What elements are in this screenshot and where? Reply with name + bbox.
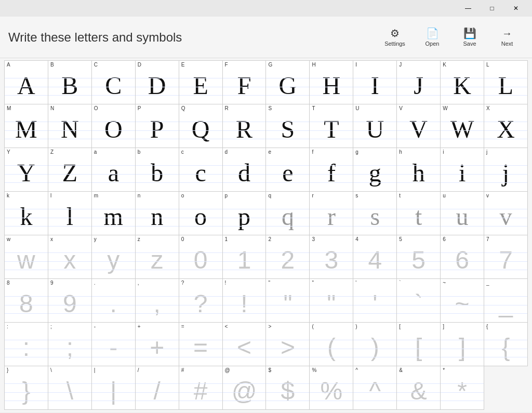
- list-item[interactable]: ==: [179, 323, 223, 366]
- list-item[interactable]: JJ: [397, 61, 441, 104]
- list-item[interactable]: jj: [484, 148, 528, 192]
- list-item[interactable]: ZZ: [48, 148, 92, 192]
- list-item[interactable]: BB: [48, 61, 92, 104]
- list-item[interactable]: ??: [179, 279, 223, 323]
- list-item[interactable]: ||: [92, 366, 136, 410]
- list-item[interactable]: ll: [48, 192, 92, 235]
- list-item[interactable]: --: [92, 323, 136, 366]
- close-button[interactable]: ✕: [504, 0, 528, 17]
- list-item[interactable]: GG: [266, 61, 310, 104]
- list-item[interactable]: <<: [223, 323, 267, 366]
- list-item[interactable]: gg: [353, 148, 397, 192]
- list-item[interactable]: ~~: [441, 279, 484, 323]
- list-item[interactable]: 22: [266, 235, 310, 279]
- list-item[interactable]: tt: [397, 192, 441, 235]
- list-item[interactable]: "": [310, 279, 353, 323]
- list-item[interactable]: ss: [353, 192, 397, 235]
- list-item[interactable]: HH: [310, 61, 353, 104]
- list-item[interactable]: 88: [5, 279, 48, 323]
- list-item[interactable]: 55: [397, 235, 441, 279]
- list-item[interactable]: XX: [484, 104, 528, 148]
- list-item[interactable]: ::: [5, 323, 48, 366]
- minimize-button[interactable]: —: [456, 0, 480, 17]
- list-item[interactable]: MM: [5, 104, 48, 148]
- list-item[interactable]: %%: [310, 366, 353, 410]
- list-item[interactable]: OO: [92, 104, 136, 148]
- list-item[interactable]: 77: [484, 235, 528, 279]
- list-item[interactable]: 66: [441, 235, 484, 279]
- list-item[interactable]: RR: [223, 104, 267, 148]
- list-item[interactable]: QQ: [179, 104, 223, 148]
- list-item[interactable]: LL: [484, 61, 528, 104]
- list-item[interactable]: nn: [136, 192, 179, 235]
- list-item[interactable]: mm: [92, 192, 136, 235]
- list-item[interactable]: 44: [353, 235, 397, 279]
- list-item[interactable]: }}: [5, 366, 48, 410]
- list-item[interactable]: PP: [136, 104, 179, 148]
- list-item[interactable]: **: [441, 366, 484, 410]
- list-item[interactable]: NN: [48, 104, 92, 148]
- list-item[interactable]: \\: [48, 366, 92, 410]
- list-item[interactable]: CC: [92, 61, 136, 104]
- list-item[interactable]: ++: [136, 323, 179, 366]
- list-item[interactable]: YY: [5, 148, 48, 192]
- list-item[interactable]: UU: [353, 104, 397, 148]
- list-item[interactable]: hh: [397, 148, 441, 192]
- list-item[interactable]: VV: [397, 104, 441, 148]
- list-item[interactable]: 99: [48, 279, 92, 323]
- list-item[interactable]: ,,: [136, 279, 179, 323]
- list-item[interactable]: FF: [223, 61, 267, 104]
- list-item[interactable]: AA: [5, 61, 48, 104]
- settings-button[interactable]: ⚙ Settings: [378, 22, 411, 53]
- list-item[interactable]: rr: [310, 192, 353, 235]
- list-item[interactable]: WW: [441, 104, 484, 148]
- list-item[interactable]: __: [484, 279, 528, 323]
- list-item[interactable]: EE: [179, 61, 223, 104]
- list-item[interactable]: qq: [266, 192, 310, 235]
- list-item[interactable]: ii: [441, 148, 484, 192]
- list-item[interactable]: TT: [310, 104, 353, 148]
- list-item[interactable]: ((: [310, 323, 353, 366]
- list-item[interactable]: 00: [179, 235, 223, 279]
- list-item[interactable]: ;;: [48, 323, 92, 366]
- list-item[interactable]: zz: [136, 235, 179, 279]
- list-item[interactable]: bb: [136, 148, 179, 192]
- list-item[interactable]: pp: [223, 192, 267, 235]
- list-item[interactable]: "": [266, 279, 310, 323]
- list-item[interactable]: ff: [310, 148, 353, 192]
- list-item[interactable]: aa: [92, 148, 136, 192]
- list-item[interactable]: $$: [266, 366, 310, 410]
- list-item[interactable]: ``: [397, 279, 441, 323]
- list-item[interactable]: ..: [92, 279, 136, 323]
- list-item[interactable]: ee: [266, 148, 310, 192]
- list-item[interactable]: @@: [223, 366, 267, 410]
- list-item[interactable]: //: [136, 366, 179, 410]
- list-item[interactable]: {{: [484, 323, 528, 366]
- maximize-button[interactable]: □: [480, 0, 504, 17]
- list-item[interactable]: [[: [397, 323, 441, 366]
- list-item[interactable]: ^^: [353, 366, 397, 410]
- save-button[interactable]: 💾 Save: [453, 22, 486, 53]
- list-item[interactable]: cc: [179, 148, 223, 192]
- open-button[interactable]: 📄 Open: [416, 22, 449, 53]
- list-item[interactable]: ww: [5, 235, 48, 279]
- list-item[interactable]: KK: [441, 61, 484, 104]
- list-item[interactable]: &&: [397, 366, 441, 410]
- list-item[interactable]: 11: [223, 235, 267, 279]
- list-item[interactable]: uu: [441, 192, 484, 235]
- list-item[interactable]: )): [353, 323, 397, 366]
- list-item[interactable]: oo: [179, 192, 223, 235]
- list-item[interactable]: ]]: [441, 323, 484, 366]
- list-item[interactable]: II: [353, 61, 397, 104]
- next-button[interactable]: → Next: [490, 22, 524, 53]
- list-item[interactable]: >>: [266, 323, 310, 366]
- list-item[interactable]: DD: [136, 61, 179, 104]
- list-item[interactable]: kk: [5, 192, 48, 235]
- list-item[interactable]: vv: [484, 192, 528, 235]
- list-item[interactable]: SS: [266, 104, 310, 148]
- list-item[interactable]: xx: [48, 235, 92, 279]
- list-item[interactable]: 33: [310, 235, 353, 279]
- list-item[interactable]: dd: [223, 148, 267, 192]
- list-item[interactable]: !!: [223, 279, 267, 323]
- list-item[interactable]: ##: [179, 366, 223, 410]
